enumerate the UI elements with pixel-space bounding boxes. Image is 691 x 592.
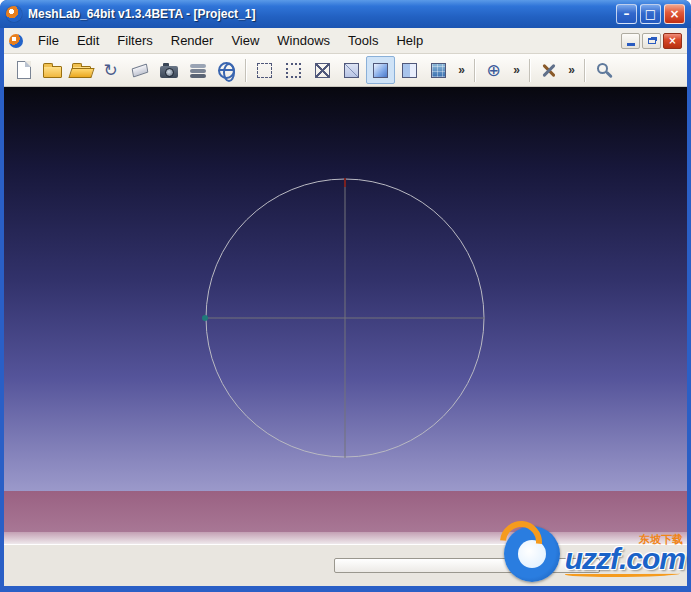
wireframe-cube-icon — [315, 63, 330, 78]
project-window-icon[interactable] — [9, 34, 23, 48]
uzzf-text-block: 东坡下载 uzzf.com — [565, 532, 685, 577]
viewport-gradient — [4, 87, 687, 491]
eraser-button[interactable] — [125, 56, 154, 84]
menu-render[interactable]: Render — [162, 29, 223, 52]
points-cube-icon — [286, 63, 301, 78]
menu-help[interactable]: Help — [387, 29, 432, 52]
globe-button[interactable] — [212, 56, 241, 84]
meshlab-app-icon[interactable] — [6, 6, 22, 22]
main-toolbar: ↻ » ⊕ » » — [4, 54, 687, 87]
toolbar-separator — [584, 59, 585, 82]
reload-mesh-button[interactable]: ↻ — [96, 56, 125, 84]
wrench-icon — [540, 61, 558, 79]
toolbar-separator — [474, 59, 475, 82]
meshlab-window: MeshLab_64bit v1.3.4BETA - [Project_1] –… — [0, 0, 691, 592]
window-title: MeshLab_64bit v1.3.4BETA - [Project_1] — [28, 7, 613, 21]
smooth-mode-button[interactable] — [366, 56, 395, 84]
toolbar-overflow-button-2[interactable]: » — [508, 56, 525, 84]
new-project-button[interactable] — [9, 56, 38, 84]
wireframe-mode-button[interactable] — [308, 56, 337, 84]
trackball-globe-button[interactable]: ⊕ — [479, 56, 508, 84]
flat-cube-icon — [402, 63, 417, 78]
mdi-close-button[interactable]: × — [663, 33, 682, 49]
globe-icon — [218, 62, 235, 79]
flat-mode-button[interactable] — [395, 56, 424, 84]
folder-icon — [43, 66, 62, 78]
trackball-left-dot — [202, 315, 208, 321]
menu-filters[interactable]: Filters — [108, 29, 161, 52]
globe-plus-icon: ⊕ — [486, 62, 500, 79]
layers-icon — [190, 64, 206, 68]
texture-mode-button[interactable] — [424, 56, 453, 84]
smooth-cube-icon — [373, 63, 388, 78]
3d-viewport[interactable] — [4, 87, 687, 544]
snapshot-button[interactable] — [154, 56, 183, 84]
toolbar-overflow-button-1[interactable]: » — [453, 56, 470, 84]
magnifier-icon — [597, 63, 608, 74]
maximize-button[interactable]: □ — [640, 4, 661, 24]
close-button[interactable]: × — [664, 4, 685, 24]
toolbar-separator — [529, 59, 530, 82]
mdi-restore-button[interactable] — [642, 33, 661, 49]
restore-icon — [648, 38, 656, 44]
hidden-lines-mode-button[interactable] — [337, 56, 366, 84]
show-layers-button[interactable] — [183, 56, 212, 84]
uzzf-watermark: 东坡下载 uzzf.com — [504, 526, 685, 582]
uzzf-tagline: 东坡下载 — [639, 532, 683, 547]
menu-edit[interactable]: Edit — [68, 29, 108, 52]
trackball-overlay — [4, 87, 687, 491]
tools-button[interactable] — [534, 56, 563, 84]
uzzf-logo-icon — [504, 526, 560, 582]
points-mode-button[interactable] — [279, 56, 308, 84]
eraser-icon — [131, 63, 148, 77]
title-bar: MeshLab_64bit v1.3.4BETA - [Project_1] –… — [0, 0, 691, 28]
bbox-mode-button[interactable] — [250, 56, 279, 84]
mdi-window-controls: × — [621, 33, 682, 49]
open-project-button[interactable] — [38, 56, 67, 84]
new-document-icon — [17, 61, 31, 79]
reload-icon: ↻ — [103, 62, 117, 79]
toolbar-overflow-button-3[interactable]: » — [563, 56, 580, 84]
open-folder-icon — [72, 66, 91, 78]
mdi-minimize-button[interactable] — [621, 33, 640, 49]
toolbar-separator — [245, 59, 246, 82]
menu-bar: File Edit Filters Render View Windows To… — [4, 28, 687, 54]
hidden-lines-cube-icon — [344, 63, 359, 78]
bbox-cube-icon — [257, 63, 272, 78]
uzzf-brand-name: uzzf — [565, 542, 619, 575]
camera-icon — [160, 66, 178, 78]
menu-windows[interactable]: Windows — [268, 29, 339, 52]
minimize-icon — [627, 43, 635, 46]
menu-tools[interactable]: Tools — [339, 29, 387, 52]
texture-cube-icon — [431, 63, 446, 78]
import-mesh-button[interactable] — [67, 56, 96, 84]
menu-file[interactable]: File — [29, 29, 68, 52]
menu-view[interactable]: View — [222, 29, 268, 52]
minimize-button[interactable]: – — [616, 4, 637, 24]
zoom-button[interactable] — [589, 56, 618, 84]
